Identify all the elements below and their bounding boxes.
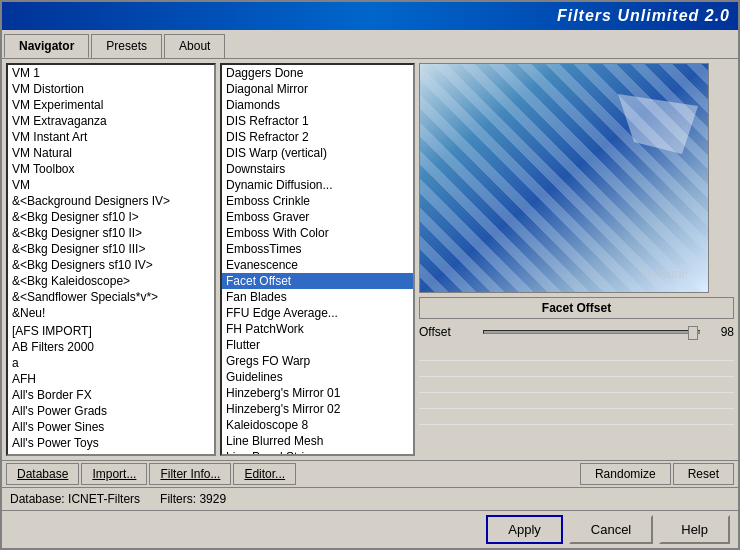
tab-about[interactable]: About <box>164 34 225 58</box>
list-item[interactable]: &<Bkg Designer sf10 II> <box>8 225 214 241</box>
list-item[interactable]: VM Distortion <box>8 81 214 97</box>
filter-list-item[interactable]: Emboss With Color <box>222 225 413 241</box>
filter-list-item[interactable]: Evanescence <box>222 257 413 273</box>
list-item[interactable]: VM Natural <box>8 145 214 161</box>
reset-button[interactable]: Reset <box>673 463 734 485</box>
tab-navigator[interactable]: Navigator <box>4 34 89 58</box>
import-button[interactable]: Import... <box>81 463 147 485</box>
filter-list-item[interactable]: Downstairs <box>222 161 413 177</box>
empty-row-1 <box>419 345 734 361</box>
filters-label: Filters: 3929 <box>160 492 226 506</box>
filter-list-item[interactable]: Dynamic Diffusion... <box>222 177 413 193</box>
filter-list-item[interactable]: FH PatchWork <box>222 321 413 337</box>
preview-image: Sylviane <box>419 63 709 293</box>
filter-list-item[interactable]: Facet Offset <box>222 273 413 289</box>
filter-list-item[interactable]: Gregs FO Warp <box>222 353 413 369</box>
list-item[interactable]: a <box>8 355 214 371</box>
filter-list-item[interactable]: DIS Warp (vertical) <box>222 145 413 161</box>
editor-button[interactable]: Editor... <box>233 463 296 485</box>
list-item[interactable]: [AFS IMPORT] <box>8 323 214 339</box>
left-panel: VM 1VM DistortionVM ExperimentalVM Extra… <box>6 63 216 456</box>
database-label: Database: ICNET-Filters <box>10 492 140 506</box>
list-item[interactable]: All's Power Grads <box>8 403 214 419</box>
filters-value: 3929 <box>199 492 226 506</box>
filter-list-item[interactable]: Diagonal Mirror <box>222 81 413 97</box>
slider-thumb[interactable] <box>688 326 698 340</box>
empty-row-5 <box>419 409 734 425</box>
watermark: Sylviane <box>641 266 688 282</box>
category-list[interactable]: VM 1VM DistortionVM ExperimentalVM Extra… <box>6 63 216 456</box>
filter-list[interactable]: Daggers DoneDiagonal MirrorDiamondsDIS R… <box>220 63 415 456</box>
filter-list-item[interactable]: Daggers Done <box>222 65 413 81</box>
apply-button[interactable]: Apply <box>486 515 563 544</box>
database-value: ICNET-Filters <box>68 492 140 506</box>
empty-row-2 <box>419 361 734 377</box>
middle-panel: Daggers DoneDiagonal MirrorDiamondsDIS R… <box>220 63 415 456</box>
slider-row: Offset 98 <box>419 323 734 341</box>
list-item[interactable]: VM Extravaganza <box>8 113 214 129</box>
list-item[interactable]: &Neu! <box>8 305 214 321</box>
action-bar: Apply Cancel Help <box>2 510 738 548</box>
filter-list-item[interactable]: Diamonds <box>222 97 413 113</box>
filter-list-item[interactable]: Emboss Graver <box>222 209 413 225</box>
empty-row-4 <box>419 393 734 409</box>
filter-list-item[interactable]: Fan Blades <box>222 289 413 305</box>
slider-value: 98 <box>704 325 734 339</box>
list-item[interactable]: VM Instant Art <box>8 129 214 145</box>
list-item[interactable]: All's Power Sines <box>8 419 214 435</box>
list-item[interactable]: &<Bkg Designers sf10 IV> <box>8 257 214 273</box>
tab-presets[interactable]: Presets <box>91 34 162 58</box>
list-item[interactable]: VM Toolbox <box>8 161 214 177</box>
empty-sliders-area <box>419 345 734 456</box>
list-item[interactable]: VM Experimental <box>8 97 214 113</box>
filter-list-item[interactable]: Kaleidoscope 8 <box>222 417 413 433</box>
list-item[interactable]: &<Bkg Designer sf10 I> <box>8 209 214 225</box>
filter-list-item[interactable]: DIS Refractor 2 <box>222 129 413 145</box>
list-item[interactable]: All's Border FX <box>8 387 214 403</box>
filter-name-display: Facet Offset <box>419 297 734 319</box>
main-window: Filters Unlimited 2.0 Navigator Presets … <box>0 0 740 550</box>
empty-row-3 <box>419 377 734 393</box>
cancel-button[interactable]: Cancel <box>569 515 653 544</box>
filter-list-item[interactable]: Guidelines <box>222 369 413 385</box>
filter-list-item[interactable]: FFU Edge Average... <box>222 305 413 321</box>
list-item[interactable]: &<Bkg Designer sf10 III> <box>8 241 214 257</box>
tab-bar: Navigator Presets About <box>2 30 738 59</box>
title-bar: Filters Unlimited 2.0 <box>2 2 738 30</box>
slider-track[interactable] <box>483 330 700 334</box>
bottom-toolbar: Database Import... Filter Info... Editor… <box>2 460 738 487</box>
status-bar: Database: ICNET-Filters Filters: 3929 <box>2 487 738 510</box>
title-bar-text: Filters Unlimited 2.0 <box>557 7 730 25</box>
list-item[interactable]: AB Filters 2000 <box>8 339 214 355</box>
database-button[interactable]: Database <box>6 463 79 485</box>
filter-list-item[interactable]: Hinzeberg's Mirror 02 <box>222 401 413 417</box>
filter-list-item[interactable]: EmbossTimes <box>222 241 413 257</box>
filter-list-item[interactable]: DIS Refractor 1 <box>222 113 413 129</box>
randomize-button[interactable]: Randomize <box>580 463 671 485</box>
main-content: VM 1VM DistortionVM ExperimentalVM Extra… <box>2 59 738 460</box>
list-item[interactable]: &<Background Designers IV> <box>8 193 214 209</box>
list-item[interactable]: AFH <box>8 371 214 387</box>
filter-list-item[interactable]: Line Panel Stripes <box>222 449 413 456</box>
filter-list-item[interactable]: Flutter <box>222 337 413 353</box>
filter-list-item[interactable]: Emboss Crinkle <box>222 193 413 209</box>
list-item[interactable]: All's Power Toys <box>8 435 214 451</box>
list-item[interactable]: VM <box>8 177 214 193</box>
filter-list-item[interactable]: Line Blurred Mesh <box>222 433 413 449</box>
help-button[interactable]: Help <box>659 515 730 544</box>
list-item[interactable]: VM 1 <box>8 65 214 81</box>
filter-info-button[interactable]: Filter Info... <box>149 463 231 485</box>
list-item[interactable]: &<Bkg Kaleidoscope> <box>8 273 214 289</box>
slider-label: Offset <box>419 325 479 339</box>
list-item[interactable]: &<Sandflower Specials*v*> <box>8 289 214 305</box>
right-panel: Sylviane Facet Offset Offset 98 <box>419 63 734 456</box>
filter-list-item[interactable]: Hinzeberg's Mirror 01 <box>222 385 413 401</box>
